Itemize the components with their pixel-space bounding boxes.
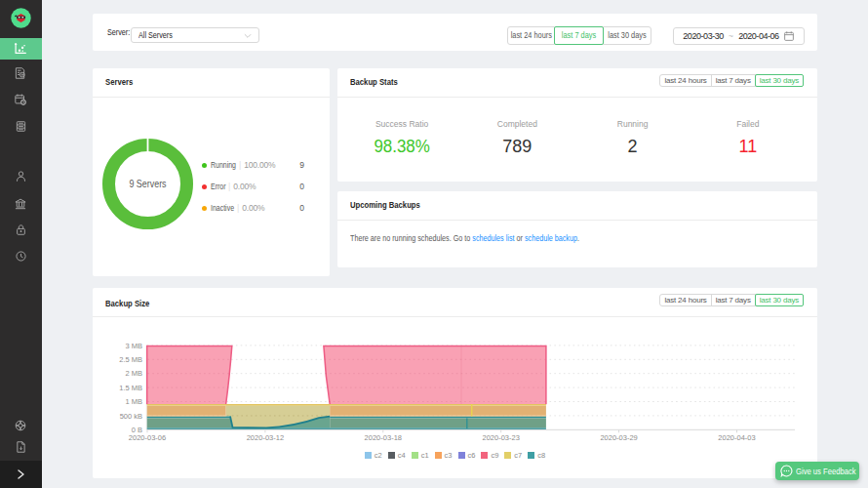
svg-text:1.5 MB: 1.5 MB [119, 384, 142, 392]
svg-text:2 MB: 2 MB [125, 369, 142, 378]
svg-text:500 kB: 500 kB [120, 412, 142, 421]
svg-text:9 Servers: 9 Servers [129, 178, 166, 189]
svg-text:2020-03-06: 2020-03-06 [129, 433, 166, 442]
svg-text:3 MB: 3 MB [125, 342, 142, 350]
svg-text:2020-04-03: 2020-04-03 [718, 433, 755, 442]
svg-text:2020-03-29: 2020-03-29 [600, 433, 637, 442]
svg-text:2020-03-23: 2020-03-23 [483, 433, 520, 442]
svg-text:2.5 MB: 2.5 MB [119, 355, 142, 364]
svg-text:2020-03-12: 2020-03-12 [247, 433, 284, 442]
svg-text:2020-03-18: 2020-03-18 [365, 433, 402, 442]
svg-text:1 MB: 1 MB [125, 397, 142, 406]
